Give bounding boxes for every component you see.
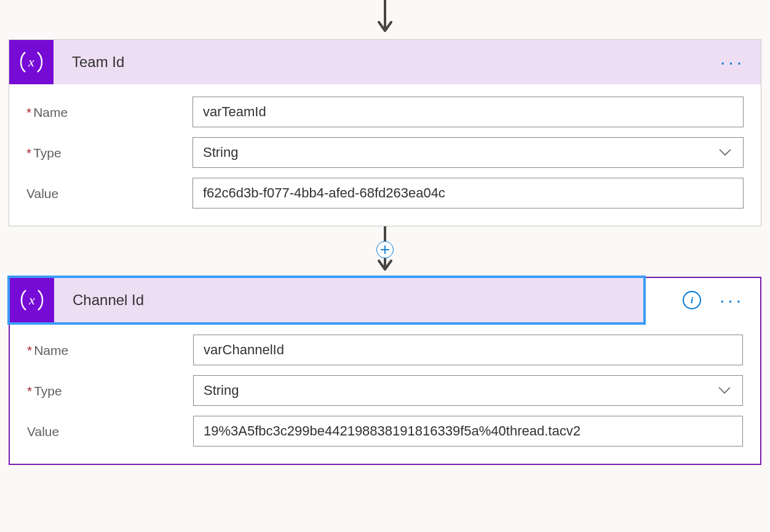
connector-top xyxy=(9,0,761,39)
add-step-button[interactable] xyxy=(376,241,394,258)
card-team-id: x Team Id ··· *Name *Type String xyxy=(9,39,761,226)
variable-icon: x xyxy=(9,40,54,84)
flow-container: x Team Id ··· *Name *Type String xyxy=(9,0,761,465)
info-icon[interactable]: i xyxy=(683,291,701,309)
variable-icon: x xyxy=(10,278,54,322)
more-menu-button[interactable]: ··· xyxy=(720,291,744,309)
card-title: Team Id xyxy=(54,54,761,71)
card-header[interactable]: x Channel Id xyxy=(10,278,643,322)
type-select[interactable]: String xyxy=(193,137,744,168)
field-label-name: *Name xyxy=(27,342,193,358)
connector-middle xyxy=(9,226,761,277)
field-row-value: Value xyxy=(27,416,743,447)
card-channel-id: x Channel Id i ··· *Name *Type String xyxy=(9,277,761,465)
chevron-down-icon xyxy=(718,148,732,157)
svg-text:x: x xyxy=(28,54,34,69)
type-select[interactable]: String xyxy=(193,375,743,406)
field-row-type: *Type String xyxy=(27,375,743,406)
plus-icon xyxy=(380,245,390,255)
field-label-value: Value xyxy=(27,423,193,439)
card-header[interactable]: x Team Id ··· xyxy=(9,40,761,84)
card-header-actions: i ··· xyxy=(683,278,760,322)
card-title: Channel Id xyxy=(54,292,643,309)
field-label-value: Value xyxy=(26,185,193,201)
field-row-type: *Type String xyxy=(26,137,744,168)
card-header-actions: ··· xyxy=(720,40,761,84)
field-label-name: *Name xyxy=(26,104,193,120)
field-label-type: *Type xyxy=(26,145,193,161)
value-input[interactable] xyxy=(193,416,743,447)
field-row-name: *Name xyxy=(27,335,743,365)
card-body: *Name *Type String Value xyxy=(9,84,761,226)
more-menu-button[interactable]: ··· xyxy=(720,53,745,71)
field-row-value: Value xyxy=(26,178,744,208)
field-row-name: *Name xyxy=(26,97,744,127)
chevron-down-icon xyxy=(718,386,731,395)
card-body: *Name *Type String Value xyxy=(10,322,760,464)
svg-text:x: x xyxy=(28,292,35,308)
value-input[interactable] xyxy=(193,178,744,208)
name-input[interactable] xyxy=(193,335,743,365)
name-input[interactable] xyxy=(193,97,744,127)
type-select-value: String xyxy=(203,145,238,161)
type-select-value: String xyxy=(204,383,239,399)
arrow-down-icon xyxy=(375,0,395,39)
field-label-type: *Type xyxy=(27,383,193,399)
